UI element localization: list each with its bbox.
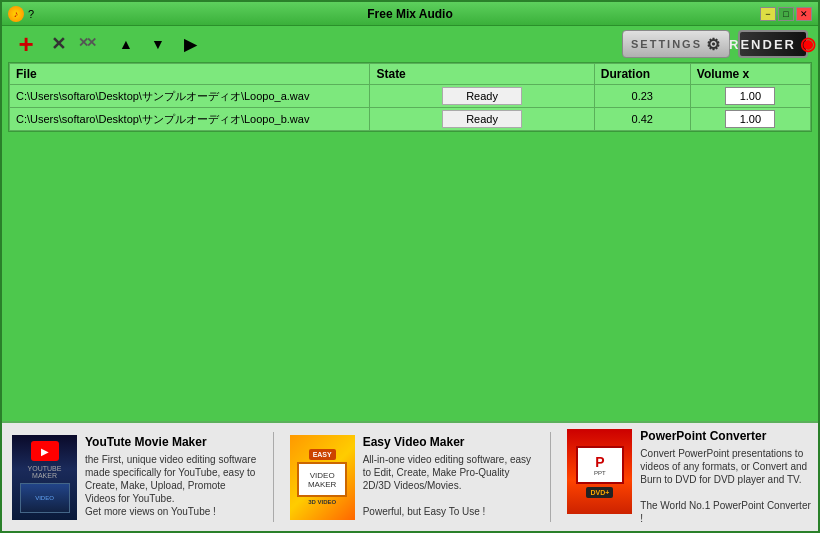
ad-thumb-easy: EASY VIDEOMAKER 3D VIDEO xyxy=(290,435,355,520)
close-button[interactable]: ✕ xyxy=(796,7,812,21)
minimize-button[interactable]: − xyxy=(760,7,776,21)
ad-bar: ▶ YOUTUBEMAKER VIDEO YouTute Movie Maker… xyxy=(2,421,820,531)
ad-title-youtube: YouTute Movie Maker xyxy=(85,435,257,449)
state-box-2: Ready xyxy=(442,110,522,128)
title-bar: ♪ ? Free Mix Audio − □ ✕ xyxy=(2,2,818,26)
ad-title-ppt: PowerPoint Converter xyxy=(640,429,812,443)
duration-cell-2: 0.42 xyxy=(594,108,690,131)
state-cell-2: Ready xyxy=(370,108,594,131)
volume-input-1[interactable] xyxy=(725,87,775,105)
maximize-button[interactable]: □ xyxy=(778,7,794,21)
remove-file-button[interactable]: ✕ xyxy=(44,30,72,58)
col-header-state: State xyxy=(370,64,594,85)
tb-help[interactable]: ? xyxy=(28,8,34,20)
ad-divider-2 xyxy=(550,432,551,522)
volume-input-2[interactable] xyxy=(725,110,775,128)
move-up-button[interactable]: ▲ xyxy=(112,30,140,58)
settings-button[interactable]: SETTINGS ⚙ xyxy=(622,30,730,58)
ad-desc-ppt: Convert PowerPoint presentations to vide… xyxy=(640,447,812,525)
ad-text-easy: Easy Video Maker All-in-one video editin… xyxy=(363,435,535,518)
table-row: C:\Users\softaro\Desktop\サンプルオーディオ\Loopo… xyxy=(10,108,811,131)
top-right-actions: SETTINGS ⚙ RENDER ◉ xyxy=(622,30,808,58)
ad-desc-youtube: the First, unique video editing software… xyxy=(85,453,257,518)
table-header-row: File State Duration Volume x xyxy=(10,64,811,85)
ad-thumb-ppt: P PPT DVD+ xyxy=(567,429,632,514)
empty-area xyxy=(8,132,812,447)
file-path-2: C:\Users\softaro\Desktop\サンプルオーディオ\Loopo… xyxy=(10,108,370,131)
ad-title-easy: Easy Video Maker xyxy=(363,435,535,449)
remove-all-button[interactable]: ✕ ✕ xyxy=(76,30,108,58)
col-header-volume: Volume x xyxy=(690,64,810,85)
ad-divider-1 xyxy=(273,432,274,522)
ad-text-ppt: PowerPoint Converter Convert PowerPoint … xyxy=(640,429,812,525)
app-icon: ♪ xyxy=(8,6,24,22)
state-box-1: Ready xyxy=(442,87,522,105)
file-path-1: C:\Users\softaro\Desktop\サンプルオーディオ\Loopo… xyxy=(10,85,370,108)
table-row: C:\Users\softaro\Desktop\サンプルオーディオ\Loopo… xyxy=(10,85,811,108)
toolbar: + ✕ ✕ ✕ ▲ ▼ ▶ xyxy=(12,30,204,58)
ad-desc-easy: All-in-one video editing software, easy … xyxy=(363,453,535,518)
ad-thumb-youtube: ▶ YOUTUBEMAKER VIDEO xyxy=(12,435,77,520)
volume-cell-1[interactable] xyxy=(690,85,810,108)
title-bar-controls: − □ ✕ xyxy=(760,7,812,21)
volume-cell-2[interactable] xyxy=(690,108,810,131)
ad-text-youtube: YouTute Movie Maker the First, unique vi… xyxy=(85,435,257,518)
play-button[interactable]: ▶ xyxy=(176,30,204,58)
col-header-duration: Duration xyxy=(594,64,690,85)
ad-item-easy[interactable]: EASY VIDEOMAKER 3D VIDEO Easy Video Make… xyxy=(290,435,535,520)
ad-item-youtube[interactable]: ▶ YOUTUBEMAKER VIDEO YouTute Movie Maker… xyxy=(12,435,257,520)
col-header-file: File xyxy=(10,64,370,85)
file-table-container: File State Duration Volume x C:\Users\so… xyxy=(8,62,812,132)
duration-cell-1: 0.23 xyxy=(594,85,690,108)
move-down-button[interactable]: ▼ xyxy=(144,30,172,58)
ad-item-ppt[interactable]: P PPT DVD+ PowerPoint Converter Convert … xyxy=(567,429,812,525)
add-file-button[interactable]: + xyxy=(12,30,40,58)
app-window: ♪ ? Free Mix Audio − □ ✕ + ✕ ✕ ✕ ▲ ▼ ▶ S… xyxy=(0,0,820,533)
title-bar-left: ♪ ? xyxy=(8,6,34,22)
render-button[interactable]: RENDER ◉ xyxy=(738,30,808,58)
file-table: File State Duration Volume x C:\Users\so… xyxy=(9,63,811,131)
state-cell-1: Ready xyxy=(370,85,594,108)
window-title: Free Mix Audio xyxy=(367,7,453,21)
